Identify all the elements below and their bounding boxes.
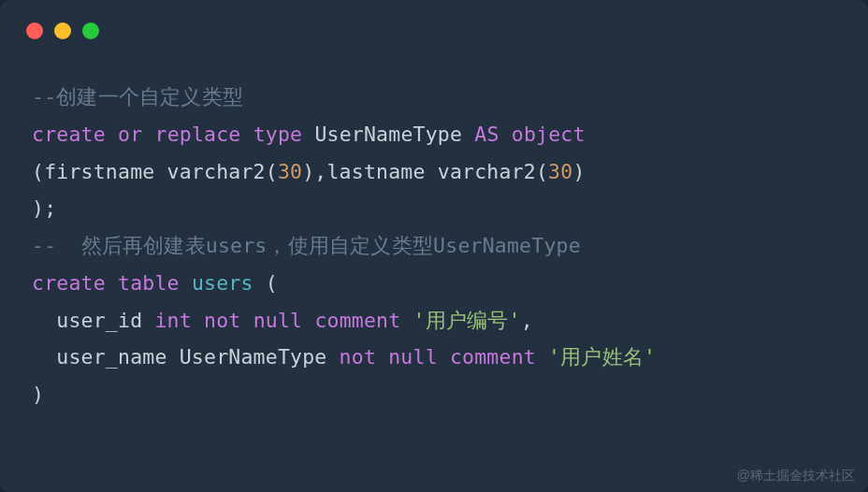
space xyxy=(240,309,253,332)
space xyxy=(192,309,204,332)
code-text: ) xyxy=(572,160,585,183)
code-text: ),lastname varchar2( xyxy=(302,160,548,183)
window-titlebar xyxy=(0,22,868,39)
space xyxy=(536,345,548,369)
code-comment: --创建一个自定义类型 xyxy=(32,85,243,109)
code-window: --创建一个自定义类型 create or replace type UserN… xyxy=(0,0,868,492)
code-text: ) xyxy=(32,383,44,406)
keyword-comment: comment xyxy=(314,309,400,332)
table-name: users xyxy=(192,271,253,295)
keyword-type: type xyxy=(253,123,303,146)
keyword-null: null xyxy=(388,345,438,369)
code-text: user_id xyxy=(32,309,154,332)
keyword-object: object xyxy=(512,123,586,146)
string-literal: '用户编号' xyxy=(413,309,521,332)
code-text: (firstname varchar2( xyxy=(32,160,278,183)
identifier: UserNameType xyxy=(314,123,462,146)
keyword-null: null xyxy=(253,309,303,332)
number-literal: 30 xyxy=(278,160,302,183)
code-block: --创建一个自定义类型 create or replace type UserN… xyxy=(0,79,868,413)
code-text: ); xyxy=(32,196,56,220)
keyword-int: int xyxy=(154,309,191,332)
code-text: , xyxy=(521,309,533,332)
space xyxy=(438,345,450,369)
keyword-table: table xyxy=(118,271,180,295)
keyword-replace: replace xyxy=(154,123,240,146)
close-icon[interactable] xyxy=(26,22,43,39)
keyword-create: create xyxy=(32,123,106,146)
keyword-as: AS xyxy=(474,123,499,146)
string-literal: '用户姓名' xyxy=(548,345,656,369)
space xyxy=(400,309,412,332)
code-text: ( xyxy=(253,271,278,295)
code-comment: -- 然后再创建表users，使用自定义类型UserNameType xyxy=(32,234,581,257)
space xyxy=(376,345,388,369)
minimize-icon[interactable] xyxy=(54,22,71,39)
keyword-not: not xyxy=(340,345,376,369)
number-literal: 30 xyxy=(548,160,572,183)
keyword-not: not xyxy=(204,309,240,332)
code-text: user_name UserNameType xyxy=(32,345,340,369)
watermark-text: @稀土掘金技术社区 xyxy=(737,468,855,485)
space xyxy=(302,309,314,332)
keyword-create: create xyxy=(32,271,106,295)
keyword-comment: comment xyxy=(450,345,536,369)
keyword-or: or xyxy=(118,123,142,146)
maximize-icon[interactable] xyxy=(82,22,99,39)
